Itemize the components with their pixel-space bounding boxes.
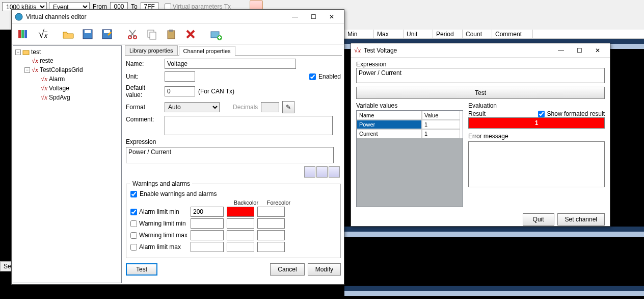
decimals-btn[interactable]: ✎ (282, 101, 294, 113)
maximize-button[interactable]: ☐ (570, 44, 588, 57)
col-max: Max (374, 30, 404, 38)
warn-max-forecolor[interactable] (257, 230, 285, 240)
alarm-max-input[interactable] (191, 242, 224, 252)
forecolor-label: Forecolor (262, 200, 295, 206)
svg-rect-5 (85, 30, 91, 33)
warn-min-backcolor[interactable] (227, 218, 254, 229)
editor-title: Virtual channels editor (26, 13, 286, 20)
collapse-icon[interactable]: − (15, 49, 21, 55)
delete-icon[interactable] (182, 26, 199, 43)
unit-label: Unit: (126, 73, 162, 80)
tree-leaf[interactable]: √x SpdAvg (15, 93, 119, 102)
helper-btn-3[interactable] (329, 166, 340, 178)
copy-icon[interactable] (143, 26, 160, 43)
expression-input[interactable]: Power / Current (126, 147, 334, 163)
warn-min-check[interactable]: Warning limit min (130, 220, 187, 227)
books-icon[interactable] (15, 26, 32, 43)
sqrt-x-icon[interactable]: √x (34, 26, 51, 43)
test-button[interactable]: Test (126, 263, 157, 276)
app-icon (15, 13, 23, 21)
name-col: Name (357, 111, 422, 120)
maximize-button[interactable]: ☐ (304, 11, 323, 23)
channel-tree[interactable]: − test √x reste − √x TestCollapsGrid √x … (13, 45, 122, 283)
paste-icon[interactable] (163, 26, 180, 43)
test-title: Test Voltage (364, 47, 552, 54)
save-as-icon[interactable] (98, 26, 116, 43)
svg-rect-3 (24, 30, 27, 38)
backcolor-label: Backcolor (230, 200, 262, 206)
close-button[interactable]: ✕ (588, 44, 607, 57)
variable-grid[interactable]: Name Value Power 1 Current 1 (356, 110, 463, 207)
close-button[interactable]: ✕ (323, 11, 341, 23)
test-expression-input[interactable]: Power / Current (356, 68, 605, 83)
alarm-min-check[interactable]: Alarm limit min (130, 208, 187, 215)
default-input[interactable] (165, 86, 195, 96)
svg-rect-13 (169, 30, 173, 32)
format-select[interactable]: Auto (165, 102, 220, 112)
col-count: Count (463, 30, 492, 38)
folder-icon (22, 48, 30, 56)
warn-max-input[interactable] (191, 230, 224, 240)
helper-btn-2[interactable] (316, 166, 328, 178)
svg-rect-1 (18, 30, 21, 38)
enabled-check[interactable]: Enabled (309, 73, 341, 80)
tree-root[interactable]: − test (15, 48, 119, 56)
show-formatted-check[interactable]: Show formated result (538, 110, 605, 117)
cut-icon[interactable] (124, 26, 141, 43)
default-hint: (For CAN Tx) (198, 88, 234, 95)
editor-titlebar: Virtual channels editor — ☐ ✕ (12, 10, 344, 24)
helper-btn-1[interactable] (304, 166, 315, 178)
tree-leaf[interactable]: √x Voltage (15, 84, 119, 93)
name-input[interactable] (165, 59, 296, 69)
alarm-min-input[interactable] (191, 207, 224, 217)
alarm-min-forecolor[interactable] (257, 207, 285, 217)
formula-icon: √x (41, 84, 47, 92)
set-channel-button[interactable]: Set channel (557, 213, 605, 226)
open-icon[interactable] (60, 26, 77, 43)
alarm-max-backcolor[interactable] (227, 242, 254, 252)
decimals-label: Decimals (233, 104, 258, 111)
tree-node[interactable]: √x reste (15, 56, 119, 65)
tree-leaf[interactable]: √x Alarm (15, 74, 119, 84)
format-label: Format (126, 104, 162, 111)
svg-rect-16 (23, 51, 29, 55)
collapse-icon[interactable]: − (24, 67, 30, 73)
warn-min-input[interactable] (191, 218, 224, 229)
decimals-input (261, 102, 279, 112)
grid-row[interactable]: Power 1 (357, 120, 463, 129)
minimize-button[interactable]: — (552, 44, 570, 57)
package-add-icon[interactable] (207, 26, 225, 43)
alarm-min-backcolor[interactable] (227, 207, 254, 217)
tab-library[interactable]: Library properties (125, 45, 178, 55)
name-label: Name: (126, 60, 162, 67)
modify-button[interactable]: Modify (308, 263, 341, 276)
warn-min-forecolor[interactable] (257, 218, 285, 229)
alarm-max-forecolor[interactable] (257, 242, 285, 252)
editor-toolbar: √x (12, 24, 344, 44)
grid-row[interactable]: Current 1 (357, 129, 463, 138)
virtual-channels-editor-window: Virtual channels editor — ☐ ✕ √x − test … (11, 9, 344, 285)
expression-label: Expression (356, 61, 605, 68)
result-box: 1 (468, 117, 605, 129)
test-button[interactable]: Test (356, 87, 605, 99)
warn-max-backcolor[interactable] (227, 230, 254, 240)
default-label: Default value: (126, 84, 162, 98)
tree-node[interactable]: − √x TestCollapsGrid (15, 65, 119, 74)
result-label: Result (468, 110, 486, 117)
formula-icon: √x (354, 46, 361, 55)
cancel-button[interactable]: Cancel (270, 263, 304, 276)
minimize-button[interactable]: — (286, 11, 304, 23)
save-icon[interactable] (79, 26, 96, 43)
alarm-max-check[interactable]: Alarm limit max (130, 243, 187, 251)
unit-input[interactable] (165, 71, 195, 82)
error-message-box (468, 141, 605, 187)
quit-button[interactable]: Quit (523, 213, 554, 226)
comment-input[interactable] (165, 116, 333, 135)
enable-warnings-check[interactable]: Enable warnings and alarms (130, 190, 336, 197)
svg-rect-2 (21, 30, 24, 38)
tab-channel[interactable]: Channel properties (179, 46, 235, 56)
formula-icon: √x (41, 93, 47, 102)
comment-label: Comment: (126, 116, 162, 123)
formula-icon: √x (32, 66, 38, 74)
warn-max-check[interactable]: Warning limit max (130, 232, 187, 239)
